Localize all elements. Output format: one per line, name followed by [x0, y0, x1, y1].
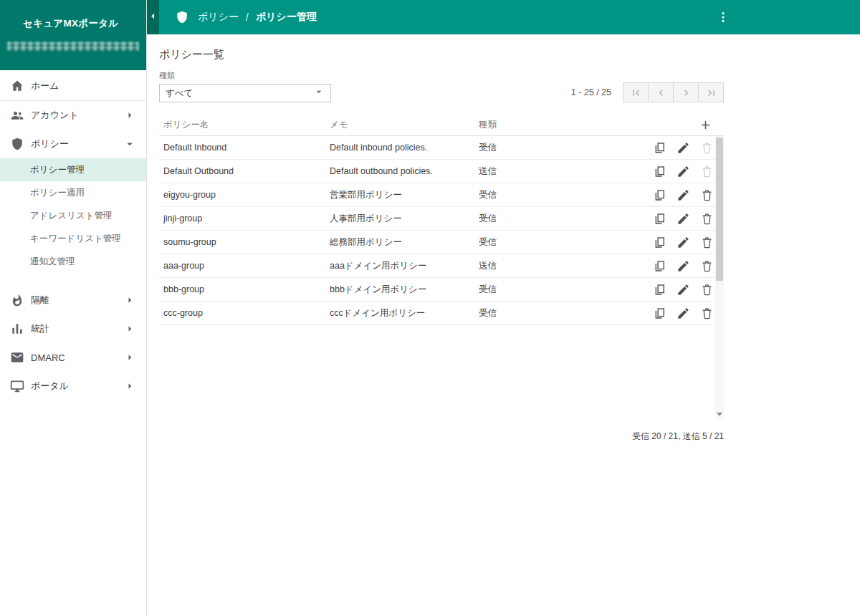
controls-row: 種類 すべて 1 - 25 / 25 [159, 70, 724, 102]
sidebar-item-dmarc[interactable]: DMARC [0, 343, 146, 372]
policy-type: 受信 [479, 142, 645, 154]
copy-button[interactable] [652, 282, 666, 297]
column-header-memo: メモ [330, 119, 479, 131]
app-window: セキュアMXポータル ホーム アカウント [0, 0, 860, 616]
delete-button[interactable] [699, 188, 714, 202]
sidebar-subitem-notification[interactable]: 通知文管理 [0, 250, 146, 273]
edit-button[interactable] [676, 188, 690, 202]
copy-button[interactable] [652, 211, 666, 226]
copy-button[interactable] [652, 164, 666, 178]
edit-button[interactable] [676, 211, 690, 226]
policy-memo: 総務部用ポリシー [330, 236, 479, 249]
sidebar-nav: ホーム アカウント ポリシー [0, 70, 146, 400]
policy-memo: aaaドメイン用ポリシー [330, 260, 479, 272]
table-row: Default Outbound Default outbound polici… [159, 160, 724, 183]
policy-type: 受信 [479, 307, 645, 319]
sidebar-item-quarantine[interactable]: 隔離 [0, 286, 146, 314]
filter-label: 種類 [159, 70, 331, 81]
edit-button[interactable] [676, 259, 690, 273]
copy-button[interactable] [652, 188, 666, 202]
table-row: eigyou-group 営業部用ポリシー 受信 [159, 183, 724, 207]
last-page-button[interactable] [698, 82, 724, 102]
edit-button[interactable] [676, 235, 690, 249]
main-content: ポリシー一覧 種類 すべて 1 - 25 / 25 [147, 34, 860, 616]
breadcrumb-section[interactable]: ポリシー [198, 11, 239, 24]
sidebar-item-home[interactable]: ホーム [0, 72, 146, 100]
policy-memo: Default outbound policies. [330, 166, 479, 176]
sidebar-item-policy[interactable]: ポリシー [0, 130, 146, 158]
table-row: Default Inbound Default inbound policies… [159, 136, 724, 160]
policy-count-summary: 受信 20 / 21, 送信 5 / 21 [159, 430, 724, 443]
edit-button[interactable] [676, 282, 690, 297]
sidebar-item-label: 統計 [31, 322, 49, 335]
type-filter: 種類 すべて [159, 70, 331, 102]
copy-button[interactable] [652, 259, 666, 273]
scrollbar-down-button[interactable] [715, 409, 724, 419]
edit-button[interactable] [676, 306, 690, 320]
policy-type: 受信 [479, 213, 645, 225]
first-page-button[interactable] [623, 82, 649, 102]
delete-button [699, 140, 714, 155]
chevron-right-icon [123, 322, 136, 335]
sidebar-item-label: アカウント [31, 109, 79, 122]
policy-name: Default Outbound [159, 166, 330, 176]
people-icon [10, 108, 24, 122]
policy-type: 送信 [479, 165, 645, 178]
policy-name: eigyou-group [159, 190, 330, 200]
delete-button[interactable] [699, 282, 714, 297]
sidebar-header: セキュアMXポータル [0, 0, 146, 70]
sidebar-item-label: ポータル [31, 380, 69, 393]
sidebar-subitem-policy-apply[interactable]: ポリシー適用 [0, 181, 146, 204]
policy-type: 受信 [479, 236, 645, 249]
collapse-left-icon [148, 11, 158, 23]
scrollbar-thumb[interactable] [716, 138, 723, 281]
table-row: soumu-group 総務部用ポリシー 受信 [159, 231, 724, 254]
type-select[interactable]: すべて [159, 84, 331, 102]
sidebar-item-label: DMARC [31, 352, 65, 363]
topbar: ポリシー / ポリシー管理 [147, 0, 860, 34]
prev-page-button[interactable] [648, 82, 674, 102]
policy-type: 送信 [479, 260, 645, 272]
chevron-right-icon [123, 294, 136, 307]
copy-button[interactable] [652, 140, 666, 155]
delete-button[interactable] [699, 306, 714, 320]
home-icon [10, 79, 24, 93]
page-title: ポリシー一覧 [159, 48, 860, 62]
sidebar-item-account[interactable]: アカウント [0, 101, 146, 130]
policy-memo: 営業部用ポリシー [330, 189, 479, 201]
sidebar: セキュアMXポータル ホーム アカウント [0, 0, 147, 616]
copy-button[interactable] [652, 306, 666, 320]
add-policy-button[interactable] [698, 117, 712, 132]
sidebar-subitem-policy-management[interactable]: ポリシー管理 [0, 158, 146, 181]
sidebar-item-label: ホーム [31, 80, 59, 92]
chevron-right-icon [123, 351, 136, 364]
edit-button[interactable] [676, 140, 690, 155]
policy-memo: bbbドメイン用ポリシー [330, 284, 479, 296]
table-scrollbar[interactable] [715, 136, 724, 419]
delete-button[interactable] [699, 235, 714, 249]
kebab-menu-button[interactable] [713, 7, 733, 27]
sidebar-item-statistics[interactable]: 統計 [0, 314, 146, 343]
delete-button[interactable] [699, 211, 714, 226]
chevron-down-icon [123, 138, 136, 150]
sidebar-collapse-button[interactable] [147, 0, 159, 34]
delete-button[interactable] [699, 259, 714, 273]
next-page-button[interactable] [673, 82, 699, 102]
breadcrumb-separator: / [246, 11, 249, 23]
edit-button[interactable] [676, 164, 690, 178]
sidebar-item-label: 隔離 [31, 294, 49, 307]
sidebar-item-portal[interactable]: ポータル [0, 372, 146, 400]
copy-button[interactable] [652, 235, 666, 249]
policy-name: soumu-group [159, 237, 330, 247]
sidebar-subitem-addresslist[interactable]: アドレスリスト管理 [0, 204, 146, 227]
delete-button [699, 164, 714, 178]
chevron-right-icon [123, 380, 136, 393]
app-title: セキュアMXポータル [23, 17, 146, 30]
select-caret-icon [313, 86, 325, 100]
breadcrumb-current: ポリシー管理 [256, 11, 317, 24]
spacer [0, 273, 146, 286]
table-header: ポリシー名 メモ 種類 [159, 114, 724, 136]
sidebar-subitem-keywordlist[interactable]: キーワードリスト管理 [0, 227, 146, 250]
policy-table: ポリシー名 メモ 種類 Default Inbound Default inbo… [159, 114, 724, 419]
sidebar-subitem-label: アドレスリスト管理 [30, 210, 113, 222]
